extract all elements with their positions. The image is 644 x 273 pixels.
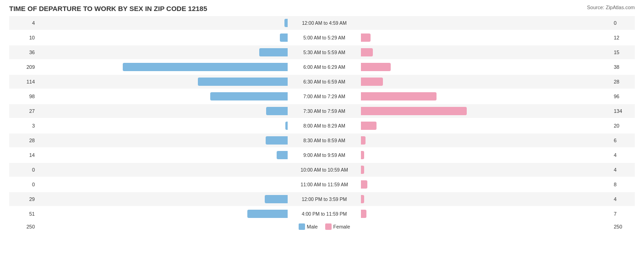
- bar-male: [259, 48, 288, 56]
- female-value: 4: [612, 152, 635, 158]
- left-bar-wrap: [37, 149, 288, 162]
- table-row: 0 10:00 AM to 10:59 AM 4: [9, 163, 635, 177]
- male-value: 0: [9, 182, 37, 187]
- left-bar-wrap: [37, 90, 288, 103]
- bars-center: 12:00 AM to 4:59 AM: [37, 17, 612, 29]
- bar-male: [280, 33, 288, 42]
- bar-male: [284, 19, 288, 27]
- table-row: 28 8:30 AM to 8:59 AM 6: [9, 134, 635, 147]
- right-bar-wrap: [361, 149, 612, 162]
- right-bar-wrap: [361, 17, 612, 29]
- bar-male: [265, 195, 288, 203]
- female-value: 8: [612, 182, 635, 187]
- table-row: 114 6:30 AM to 6:59 AM 28: [9, 75, 635, 89]
- time-label: 5:00 AM to 5:29 AM: [288, 35, 361, 40]
- bar-female: [361, 78, 383, 86]
- male-value: 98: [9, 94, 37, 99]
- table-row: 3 8:00 AM to 8:29 AM 20: [9, 119, 635, 133]
- female-value: 6: [612, 138, 635, 143]
- legend: Male Female: [299, 223, 350, 230]
- left-bar-wrap: [37, 17, 288, 29]
- time-label: 8:30 AM to 8:59 AM: [288, 138, 361, 143]
- bars-center: 9:00 AM to 9:59 AM: [37, 149, 612, 162]
- table-row: 29 12:00 PM to 3:59 PM 4: [9, 192, 635, 206]
- bar-female: [361, 151, 364, 159]
- female-value: 96: [612, 94, 635, 99]
- legend-female-box: [325, 223, 332, 230]
- bar-female: [361, 166, 364, 174]
- female-value: 12: [612, 35, 635, 40]
- bar-male: [210, 92, 288, 100]
- female-value: 0: [612, 20, 635, 26]
- bar-female: [361, 195, 364, 203]
- right-bar-wrap: [361, 134, 612, 147]
- left-bar-wrap: [37, 134, 288, 147]
- bar-female: [361, 210, 366, 218]
- time-label: 7:00 AM to 7:29 AM: [288, 94, 361, 99]
- table-row: 98 7:00 AM to 7:29 AM 96: [9, 89, 635, 103]
- time-label: 11:00 AM to 11:59 AM: [288, 182, 361, 187]
- left-bar-wrap: [37, 178, 288, 191]
- right-bar-wrap: [361, 31, 612, 44]
- table-row: 51 4:00 PM to 11:59 PM 7: [9, 207, 635, 221]
- table-row: 209 6:00 AM to 6:29 AM 38: [9, 60, 635, 74]
- bars-center: 6:30 AM to 6:59 AM: [37, 75, 612, 88]
- female-value: 134: [612, 108, 635, 114]
- left-bar-wrap: [37, 119, 288, 132]
- time-label: 6:00 AM to 6:29 AM: [288, 64, 361, 70]
- time-label: 4:00 PM to 11:59 PM: [288, 211, 361, 217]
- time-label: 6:30 AM to 6:59 AM: [288, 79, 361, 84]
- bar-male: [266, 136, 288, 145]
- female-value: 20: [612, 123, 635, 128]
- bar-male: [123, 63, 288, 71]
- bar-male: [247, 210, 288, 218]
- right-bar-wrap: [361, 61, 612, 73]
- female-value: 4: [612, 167, 635, 173]
- time-label: 12:00 AM to 4:59 AM: [288, 20, 361, 26]
- bars-center: 5:30 AM to 5:59 AM: [37, 46, 612, 59]
- male-value: 36: [9, 50, 37, 55]
- bar-female: [361, 122, 377, 130]
- left-bar-wrap: [37, 207, 288, 220]
- female-value: 4: [612, 196, 635, 202]
- male-value: 27: [9, 108, 37, 114]
- right-bar-wrap: [361, 105, 612, 117]
- bar-female: [361, 136, 366, 145]
- bars-center: 7:00 AM to 7:29 AM: [37, 90, 612, 103]
- right-bar-wrap: [361, 193, 612, 206]
- legend-male-label: Male: [307, 224, 318, 229]
- legend-female: Female: [325, 223, 350, 230]
- bar-female: [361, 33, 371, 42]
- bar-male: [266, 107, 288, 115]
- bar-female: [361, 63, 391, 71]
- table-row: 36 5:30 AM to 5:59 AM 15: [9, 45, 635, 59]
- left-bar-wrap: [37, 163, 288, 176]
- x-axis-left: 250: [9, 224, 37, 229]
- bars-center: 4:00 PM to 11:59 PM: [37, 207, 612, 220]
- chart-area: 4 12:00 AM to 4:59 AM 0 10 5:00 AM to 5:…: [9, 16, 635, 221]
- female-value: 28: [612, 79, 635, 84]
- left-bar-wrap: [37, 61, 288, 73]
- right-bar-wrap: [361, 46, 612, 59]
- right-bar-wrap: [361, 207, 612, 220]
- time-label: 8:00 AM to 8:29 AM: [288, 123, 361, 128]
- bar-female: [361, 180, 367, 189]
- female-value: 15: [612, 50, 635, 55]
- bars-center: 8:30 AM to 8:59 AM: [37, 134, 612, 147]
- table-row: 27 7:30 AM to 7:59 AM 134: [9, 104, 635, 118]
- time-label: 7:30 AM to 7:59 AM: [288, 108, 361, 114]
- male-value: 51: [9, 211, 37, 217]
- bars-center: 8:00 AM to 8:29 AM: [37, 119, 612, 132]
- left-bar-wrap: [37, 31, 288, 44]
- bar-female: [361, 107, 467, 115]
- male-value: 0: [9, 167, 37, 173]
- bars-center: 11:00 AM to 11:59 AM: [37, 178, 612, 191]
- bars-center: 12:00 PM to 3:59 PM: [37, 193, 612, 206]
- bars-center: 10:00 AM to 10:59 AM: [37, 163, 612, 176]
- bar-male: [198, 78, 288, 86]
- legend-male: Male: [299, 223, 318, 230]
- bar-male: [277, 151, 288, 159]
- legend-male-box: [299, 223, 305, 230]
- right-bar-wrap: [361, 90, 612, 103]
- left-bar-wrap: [37, 193, 288, 206]
